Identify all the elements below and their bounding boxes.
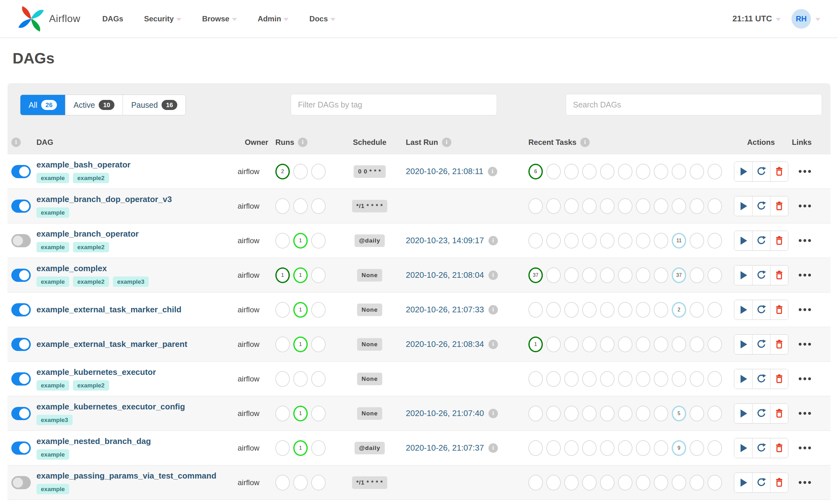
task-circle-empty[interactable] <box>311 337 326 352</box>
task-circle-running[interactable]: 1 <box>293 337 308 352</box>
last-run-link[interactable]: 2020-10-26, 21:08:04 <box>406 270 484 280</box>
links-menu-icon[interactable] <box>799 412 811 415</box>
task-circle-empty[interactable] <box>600 406 614 421</box>
task-circle-running[interactable]: 1 <box>293 302 308 318</box>
pause-toggle[interactable] <box>11 442 31 455</box>
tag-filter-input[interactable] <box>291 94 497 115</box>
last-run-link[interactable]: 2020-10-26, 21:08:11 <box>406 166 483 176</box>
pause-toggle[interactable] <box>11 303 31 317</box>
task-circle-running[interactable]: 1 <box>293 440 308 456</box>
task-circle-empty[interactable] <box>275 233 290 249</box>
col-last-run[interactable]: Last Runi <box>406 138 529 147</box>
task-circle-empty[interactable] <box>311 302 326 318</box>
task-circle-empty[interactable] <box>654 164 668 179</box>
task-circle-empty[interactable] <box>582 371 596 387</box>
task-circle-empty[interactable] <box>708 233 722 249</box>
task-circle-empty[interactable] <box>600 267 614 283</box>
task-circle-success[interactable]: 1 <box>275 267 290 283</box>
task-circle-empty[interactable] <box>654 406 668 421</box>
task-circle-empty[interactable] <box>564 302 579 318</box>
task-circle-empty[interactable] <box>546 371 561 387</box>
task-circle-none[interactable]: 5 <box>672 406 686 421</box>
dag-link[interactable]: example_external_task_marker_parent <box>36 339 238 349</box>
col-schedule[interactable]: Schedule <box>334 138 406 147</box>
task-circle-empty[interactable] <box>564 475 579 490</box>
pause-toggle[interactable] <box>11 338 31 351</box>
task-circle-empty[interactable] <box>654 198 668 214</box>
task-circle-empty[interactable] <box>564 440 579 456</box>
task-circle-empty[interactable] <box>636 371 650 387</box>
task-circle-empty[interactable] <box>636 267 650 283</box>
task-circle-empty[interactable] <box>529 198 543 214</box>
task-circle-empty[interactable] <box>546 302 561 318</box>
schedule-badge[interactable]: */1 * * * * <box>352 200 388 212</box>
task-circle-empty[interactable] <box>582 475 596 490</box>
task-circle-empty[interactable] <box>690 267 704 283</box>
task-circle-empty[interactable] <box>690 371 704 387</box>
delete-dag-button[interactable] <box>770 473 788 492</box>
task-circle-empty[interactable] <box>708 164 722 179</box>
refresh-dag-button[interactable] <box>752 266 770 285</box>
pause-toggle[interactable] <box>11 269 31 282</box>
schedule-badge[interactable]: 0 0 * * * <box>354 165 385 178</box>
task-circle-empty[interactable] <box>529 233 543 249</box>
dag-tag[interactable]: example <box>36 242 69 252</box>
task-circle-empty[interactable] <box>618 302 632 318</box>
dag-tag[interactable]: example2 <box>73 173 109 183</box>
task-circle-empty[interactable] <box>618 233 632 249</box>
dag-link[interactable]: example_complex <box>36 264 238 273</box>
task-circle-empty[interactable] <box>293 198 308 214</box>
task-circle-empty[interactable] <box>546 406 561 421</box>
task-circle-empty[interactable] <box>311 475 326 490</box>
delete-dag-button[interactable] <box>770 438 788 458</box>
task-circle-empty[interactable] <box>618 440 632 456</box>
task-circle-empty[interactable] <box>311 371 326 387</box>
tab-active[interactable]: Active 10 <box>65 95 123 115</box>
task-circle-empty[interactable] <box>618 475 632 490</box>
dag-tag[interactable]: example3 <box>36 415 73 425</box>
task-circle-empty[interactable] <box>311 406 326 421</box>
links-menu-icon[interactable] <box>799 204 811 208</box>
task-circle-empty[interactable] <box>654 371 668 387</box>
task-circle-empty[interactable] <box>690 164 704 179</box>
task-circle-empty[interactable] <box>582 440 596 456</box>
task-circle-empty[interactable] <box>708 198 722 214</box>
task-circle-empty[interactable] <box>690 302 704 318</box>
trigger-dag-button[interactable] <box>734 231 752 250</box>
links-menu-icon[interactable] <box>799 170 811 173</box>
delete-dag-button[interactable] <box>770 404 788 423</box>
schedule-badge[interactable]: @daily <box>355 442 385 454</box>
task-circle-empty[interactable] <box>636 198 650 214</box>
task-circle-empty[interactable] <box>654 440 668 456</box>
schedule-badge[interactable]: None <box>357 373 382 385</box>
task-circle-empty[interactable] <box>600 164 614 179</box>
refresh-dag-button[interactable] <box>752 162 770 181</box>
info-icon[interactable]: i <box>488 340 498 349</box>
col-dag[interactable]: DAG <box>36 138 238 147</box>
dag-tag[interactable]: example2 <box>73 380 109 391</box>
task-circle-empty[interactable] <box>546 267 561 283</box>
links-menu-icon[interactable] <box>799 447 811 449</box>
last-run-link[interactable]: 2020-10-26, 21:07:33 <box>406 305 484 314</box>
dag-tag[interactable]: example <box>36 484 69 494</box>
task-circle-empty[interactable] <box>529 371 543 387</box>
task-circle-empty[interactable] <box>708 475 722 490</box>
trigger-dag-button[interactable] <box>734 266 752 285</box>
task-circle-empty[interactable] <box>672 198 686 214</box>
info-icon[interactable]: i <box>442 138 451 147</box>
trigger-dag-button[interactable] <box>734 300 752 320</box>
task-circle-running[interactable]: 1 <box>293 267 308 283</box>
trigger-dag-button[interactable] <box>734 196 752 216</box>
pause-toggle[interactable] <box>11 165 31 178</box>
task-circle-running[interactable]: 1 <box>293 233 308 249</box>
col-runs[interactable]: Runsi <box>275 138 334 147</box>
task-circle-empty[interactable] <box>636 406 650 421</box>
task-circle-empty[interactable] <box>690 233 704 249</box>
task-circle-empty[interactable] <box>564 164 579 179</box>
timezone-selector[interactable]: 21:11 UTC <box>732 14 781 23</box>
dag-tag[interactable]: example <box>36 380 69 391</box>
task-circle-empty[interactable] <box>618 406 632 421</box>
dag-search-input[interactable] <box>566 94 822 115</box>
task-circle-empty[interactable] <box>654 337 668 352</box>
task-circle-empty[interactable] <box>600 302 614 318</box>
